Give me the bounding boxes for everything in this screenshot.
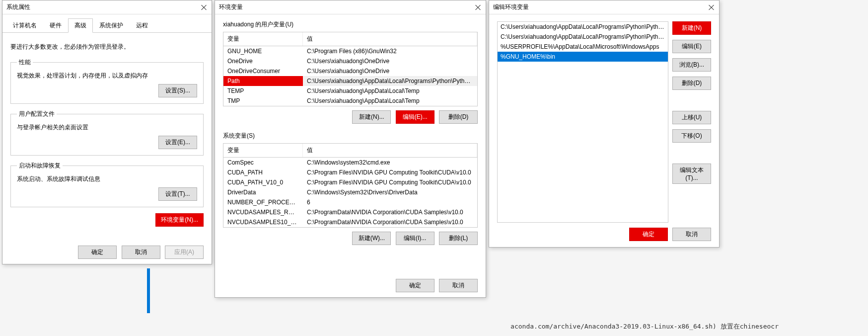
section-text: 视觉效果，处理器计划，内存使用，以及虚拟内存: [17, 72, 197, 80]
var-name: DriverData: [223, 187, 303, 197]
titlebar: 编辑环境变量: [489, 0, 719, 14]
var-name: Path: [223, 76, 303, 86]
close-icon[interactable]: [475, 4, 482, 11]
delete-user-var-button[interactable]: 删除(D): [439, 110, 478, 124]
tab-content: 要进行大多数更改，您必须作为管理员登录。 性能 视觉效果，处理器计划，内存使用，…: [2, 33, 212, 234]
side-buttons: 新建(N) 编辑(E) 浏览(B)... 删除(D) 上移(U) 下移(O) 编…: [672, 21, 711, 184]
path-item[interactable]: %GNU_HOME%\bin: [498, 52, 668, 62]
settings-s-button[interactable]: 设置(S)...: [158, 84, 197, 97]
table-row[interactable]: DriverDataC:\Windows\System32\Drivers\Dr…: [223, 187, 477, 197]
cancel-button[interactable]: 取消: [122, 246, 160, 259]
titlebar: 环境变量: [215, 0, 486, 14]
var-name: NVCUDASAMPLES10_0_R...: [223, 217, 303, 227]
background-text: aconda.com/archive/Anaconda3-2019.03-Lin…: [510, 322, 779, 331]
user-vars-label: xiahuadong 的用户变量(U): [215, 20, 486, 29]
new-sys-var-button[interactable]: 新建(W)...: [352, 232, 391, 245]
ok-button[interactable]: 确定: [78, 246, 117, 259]
tab-system-protection[interactable]: 系统保护: [93, 18, 130, 32]
col-value[interactable]: 值: [303, 144, 477, 157]
tab-remote[interactable]: 远程: [130, 18, 154, 32]
dialog-buttons: 确定 取消: [215, 274, 486, 297]
sys-vars-buttons: 新建(W)... 编辑(I)... 删除(L): [215, 228, 486, 247]
edit-path-button[interactable]: 编辑(E): [672, 40, 711, 53]
table-row[interactable]: GNU_HOMEC:\Program Files (x86)\GnuWin32: [223, 46, 477, 56]
system-properties-dialog: 系统属性 计算机名 硬件 高级 系统保护 远程 要进行大多数更改，您必须作为管理…: [2, 0, 212, 264]
path-list[interactable]: C:\Users\xiahuadong\AppData\Local\Progra…: [497, 21, 668, 223]
table-row[interactable]: TMPC:\Users\xiahuadong\AppData\Local\Tem…: [223, 96, 477, 106]
sys-vars-table: 变量 值 ComSpecC:\Windows\system32\cmd.exeC…: [223, 143, 478, 228]
table-row[interactable]: PathC:\Users\xiahuadong\AppData\Local\Pr…: [223, 76, 477, 86]
cancel-button[interactable]: 取消: [439, 279, 478, 292]
tab-advanced[interactable]: 高级: [68, 18, 93, 33]
table-row[interactable]: CUDA_PATH_V10_0C:\Program Files\NVIDIA G…: [223, 177, 477, 187]
table-row[interactable]: TEMPC:\Users\xiahuadong\AppData\Local\Te…: [223, 86, 477, 96]
titlebar: 系统属性: [2, 0, 212, 14]
spacer: [672, 95, 711, 106]
table-body[interactable]: GNU_HOMEC:\Program Files (x86)\GnuWin32O…: [223, 46, 477, 106]
var-value: C:\Windows\System32\Drivers\DriverData: [303, 187, 477, 197]
section-legend: 性能: [17, 58, 33, 67]
section-text: 与登录帐户相关的桌面设置: [17, 123, 197, 132]
cancel-button[interactable]: 取消: [672, 228, 711, 241]
var-value: C:\Program Files (x86)\GnuWin32: [303, 46, 477, 56]
sys-vars-label: 系统变量(S): [215, 132, 486, 140]
col-variable[interactable]: 变量: [223, 32, 303, 46]
performance-section: 性能 视觉效果，处理器计划，内存使用，以及虚拟内存 设置(S)...: [10, 58, 204, 104]
close-icon[interactable]: [708, 4, 715, 11]
delete-sys-var-button[interactable]: 删除(L): [439, 232, 478, 245]
tab-computer-name[interactable]: 计算机名: [6, 18, 43, 32]
environment-variables-button[interactable]: 环境变量(N)...: [155, 213, 204, 227]
table-header: 变量 值: [223, 32, 477, 46]
dialog-buttons: 确定 取消 应用(A): [2, 241, 212, 264]
var-value: 6: [303, 197, 477, 207]
edit-user-var-button[interactable]: 编辑(E)...: [396, 110, 434, 124]
close-icon[interactable]: [201, 4, 208, 11]
environment-variables-dialog: 环境变量 xiahuadong 的用户变量(U) 变量 值 GNU_HOMEC:…: [215, 0, 486, 298]
col-value[interactable]: 值: [303, 32, 477, 46]
table-row[interactable]: CUDA_PATHC:\Program Files\NVIDIA GPU Com…: [223, 168, 477, 177]
var-value: C:\Users\xiahuadong\OneDrive: [303, 66, 477, 76]
move-up-button[interactable]: 上移(U): [672, 111, 711, 124]
table-header: 变量 值: [223, 144, 477, 158]
col-variable[interactable]: 变量: [223, 144, 303, 157]
var-name: CUDA_PATH_V10_0: [223, 177, 303, 187]
table-row[interactable]: ComSpecC:\Windows\system32\cmd.exe: [223, 158, 477, 168]
startup-recovery-section: 启动和故障恢复 系统启动、系统故障和调试信息 设置(T)...: [10, 162, 204, 207]
delete-path-button[interactable]: 删除(D): [672, 77, 711, 90]
user-vars-table: 变量 值 GNU_HOMEC:\Program Files (x86)\GnuW…: [223, 32, 478, 106]
var-value: C:\ProgramData\NVIDIA Corporation\CUDA S…: [303, 207, 477, 217]
tab-hardware[interactable]: 硬件: [43, 18, 68, 32]
var-name: GNU_HOME: [223, 46, 303, 56]
var-value: C:\Program Files\NVIDIA GPU Computing To…: [303, 177, 477, 187]
dialog-title: 系统属性: [6, 3, 30, 11]
table-row[interactable]: NUMBER_OF_PROCESSORS6: [223, 197, 477, 207]
var-value: C:\Users\xiahuadong\OneDrive: [303, 56, 477, 66]
apply-button[interactable]: 应用(A): [165, 246, 204, 259]
var-value: C:\Users\xiahuadong\AppData\Local\Temp: [303, 86, 477, 96]
dialog-buttons: 确定 取消: [626, 228, 711, 241]
edit-text-button[interactable]: 编辑文本(T)...: [672, 164, 711, 184]
var-name: OneDriveConsumer: [223, 66, 303, 76]
table-row[interactable]: OneDriveC:\Users\xiahuadong\OneDrive: [223, 56, 477, 66]
new-user-var-button[interactable]: 新建(N)...: [352, 110, 391, 124]
table-row[interactable]: NVCUDASAMPLES_ROOTC:\ProgramData\NVIDIA …: [223, 207, 477, 217]
edit-sys-var-button[interactable]: 编辑(I)...: [396, 232, 434, 245]
admin-info: 要进行大多数更改，您必须作为管理员登录。: [10, 43, 204, 51]
settings-e-button[interactable]: 设置(E)...: [158, 136, 197, 149]
table-row[interactable]: NVCUDASAMPLES10_0_R...C:\ProgramData\NVI…: [223, 217, 477, 227]
move-down-button[interactable]: 下移(O): [672, 129, 711, 143]
var-value: C:\Users\xiahuadong\AppData\Local\Temp: [303, 96, 477, 106]
var-name: NVCUDASAMPLES_ROOT: [223, 207, 303, 217]
settings-t-button[interactable]: 设置(T)...: [158, 187, 197, 201]
table-body[interactable]: ComSpecC:\Windows\system32\cmd.exeCUDA_P…: [223, 158, 477, 227]
var-name: NUMBER_OF_PROCESSORS: [223, 197, 303, 207]
path-item[interactable]: %USERPROFILE%\AppData\Local\Microsoft\Wi…: [498, 42, 668, 52]
browse-path-button[interactable]: 浏览(B)...: [672, 58, 711, 72]
background-accent: [147, 268, 150, 313]
table-row[interactable]: OneDriveConsumerC:\Users\xiahuadong\OneD…: [223, 66, 477, 76]
ok-button[interactable]: 确定: [629, 228, 668, 241]
new-path-button[interactable]: 新建(N): [672, 21, 711, 35]
ok-button[interactable]: 确定: [396, 279, 434, 292]
path-item[interactable]: C:\Users\xiahuadong\AppData\Local\Progra…: [498, 32, 668, 42]
path-item[interactable]: C:\Users\xiahuadong\AppData\Local\Progra…: [498, 22, 668, 32]
